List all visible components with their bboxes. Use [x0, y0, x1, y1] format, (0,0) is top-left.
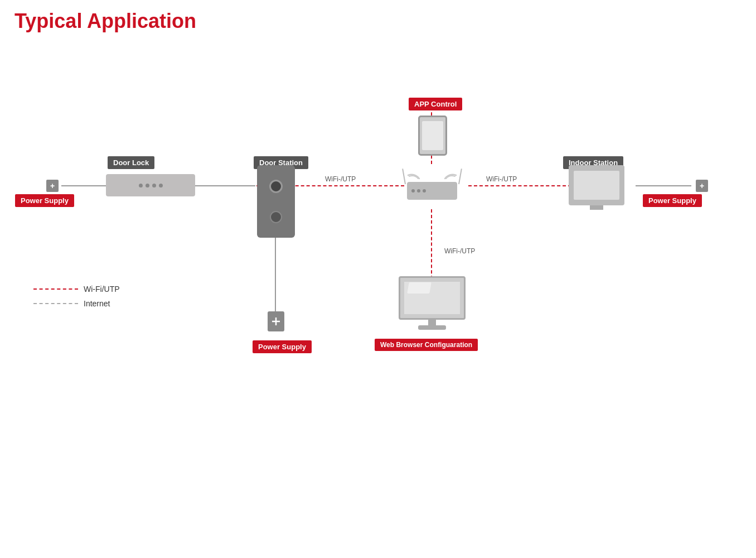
power-supply-door-label: Power Supply: [253, 340, 312, 353]
door-lock-device: [106, 174, 195, 196]
wifi-label-left: WiFi-/UTP: [325, 175, 356, 183]
door-lock-label: Door Lock: [108, 156, 154, 169]
web-browser-label: Web Browser Configuaration: [375, 339, 478, 351]
web-browser-device: [399, 276, 466, 332]
app-control-label: APP Control: [409, 98, 462, 110]
power-supply-left-label: Power Supply: [15, 194, 74, 207]
page-title: Typical Application: [14, 9, 196, 33]
line-indoor-to-rightplug: [636, 185, 691, 186]
power-supply-right-label: Power Supply: [643, 194, 702, 207]
tablet-device: [418, 116, 447, 156]
legend: Wi-Fi/UTP Internet: [33, 285, 120, 314]
door-station-device: [257, 165, 295, 238]
line-doorlock-to-doorstation: [195, 185, 255, 186]
legend-internet: Internet: [33, 299, 120, 308]
legend-wifi-text: Wi-Fi/UTP: [84, 285, 120, 294]
line-doorstation-to-powersupply: [275, 234, 276, 311]
diagram-area: Door Lock Door Station Power Supply Powe…: [0, 45, 756, 379]
wifi-label-bottom: WiFi-/UTP: [444, 247, 475, 255]
router-device: [401, 167, 463, 200]
power-supply-door-device: [268, 311, 284, 331]
line-router-to-indoor: [468, 185, 571, 186]
legend-internet-text: Internet: [84, 299, 110, 308]
legend-wifi: Wi-Fi/UTP: [33, 285, 120, 294]
indoor-station-device: [569, 165, 624, 205]
legend-internet-line: [33, 303, 78, 304]
line-plug-to-doorlock: [61, 185, 110, 186]
power-plug-left: [46, 180, 59, 192]
wifi-label-right: WiFi-/UTP: [486, 175, 517, 183]
legend-wifi-line: [33, 288, 78, 290]
power-plug-right: [696, 180, 708, 192]
